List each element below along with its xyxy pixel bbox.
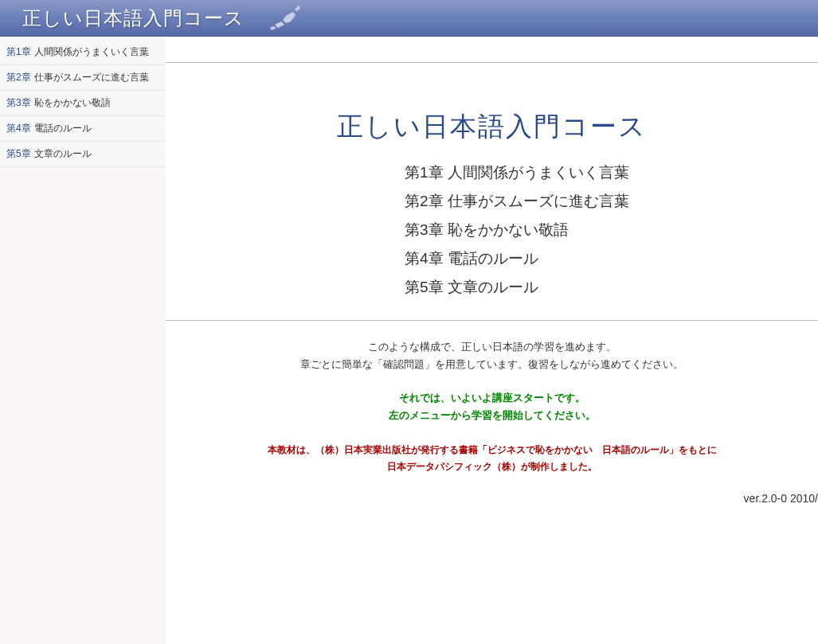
sidebar: 第1章人間関係がうまくいく言葉 第2章仕事がスムーズに進む言葉 第3章恥をかかな… [0, 37, 166, 644]
sidebar-item-chapter5[interactable]: 第5章文章のルール [0, 142, 166, 167]
chapter-item: 第1章 人間関係がうまくいく言葉 [405, 162, 818, 183]
sidebar-item-chapter: 第4章 [6, 123, 31, 134]
top-divider [166, 62, 818, 63]
sidebar-item-label: 人間関係がうまくいく言葉 [34, 46, 149, 57]
sidebar-item-chapter: 第5章 [6, 148, 31, 159]
sidebar-item-label: 恥をかかない敬語 [34, 97, 111, 108]
header: 正しい日本語入門コース [0, 0, 818, 37]
sidebar-item-chapter3[interactable]: 第3章恥をかかない敬語 [0, 91, 166, 116]
intro-line: このような構成で、正しい日本語の学習を進めます。 [166, 338, 818, 356]
sidebar-item-chapter: 第2章 [6, 72, 31, 83]
start-text: それでは、いよいよ講座スタートです。 左のメニューから学習を開始してください。 [166, 389, 818, 424]
start-line: それでは、いよいよ講座スタートです。 [166, 389, 818, 407]
sidebar-item-label: 仕事がスムーズに進む言葉 [34, 72, 149, 83]
version-text: ver.2.0-0 2010/ [166, 492, 818, 505]
chapter-item: 第2章 仕事がスムーズに進む言葉 [405, 191, 818, 212]
mid-divider [166, 320, 818, 321]
chapter-item: 第4章 電話のルール [405, 248, 818, 269]
credit-line: 日本データパシフィック（株）が制作しました。 [166, 459, 818, 474]
start-line: 左のメニューから学習を開始してください。 [166, 407, 818, 424]
page-title: 正しい日本語入門コース [166, 109, 818, 145]
intro-line: 章ごとに簡単な「確認問題」を用意しています。復習をしながら進めてください。 [166, 356, 818, 373]
sidebar-item-chapter1[interactable]: 第1章人間関係がうまくいく言葉 [0, 40, 166, 65]
japan-map-icon [267, 4, 307, 33]
main-content: 正しい日本語入門コース 第1章 人間関係がうまくいく言葉 第2章 仕事がスムーズ… [166, 37, 818, 644]
credit-text: 本教材は、（株）日本実業出版社が発行する書籍「ビジネスで恥をかかない 日本語のル… [166, 442, 818, 474]
chapter-item: 第5章 文章のルール [405, 277, 818, 298]
sidebar-item-chapter: 第1章 [6, 46, 31, 57]
sidebar-item-label: 文章のルール [34, 148, 92, 159]
sidebar-item-chapter: 第3章 [6, 97, 31, 108]
sidebar-item-chapter4[interactable]: 第4章電話のルール [0, 116, 166, 142]
sidebar-item-label: 電話のルール [34, 123, 92, 134]
chapter-item: 第3章 恥をかかない敬語 [405, 220, 818, 240]
header-title: 正しい日本語入門コース [22, 6, 245, 31]
sidebar-item-chapter2[interactable]: 第2章仕事がスムーズに進む言葉 [0, 65, 166, 91]
chapter-list: 第1章 人間関係がうまくいく言葉 第2章 仕事がスムーズに進む言葉 第3章 恥を… [405, 162, 818, 298]
intro-text: このような構成で、正しい日本語の学習を進めます。 章ごとに簡単な「確認問題」を用… [166, 338, 818, 373]
credit-line: 本教材は、（株）日本実業出版社が発行する書籍「ビジネスで恥をかかない 日本語のル… [166, 442, 818, 458]
